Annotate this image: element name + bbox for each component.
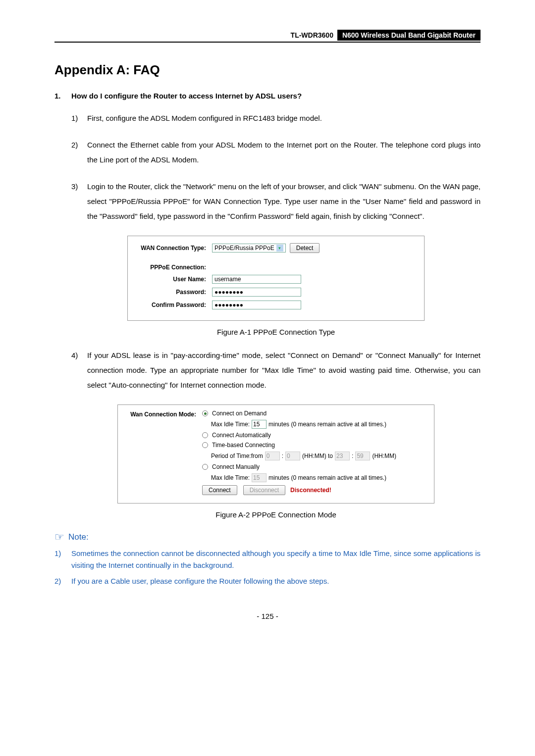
chevron-down-icon: ▾ [276, 245, 283, 252]
figure-2-container: Wan Connection Mode: Connect on Demand M… [71, 404, 481, 519]
note-label: Note: [68, 532, 89, 542]
note-num: 2) [54, 575, 71, 587]
step-num: 3) [71, 179, 87, 224]
step-num: 4) [71, 348, 87, 393]
max-idle-input[interactable]: 15 [252, 420, 267, 429]
period-from-hh[interactable]: 0 [265, 452, 280, 460]
steps-list: 1) First, configure the ADSL Modem confi… [54, 111, 481, 224]
manually-label: Connect Manually [212, 463, 260, 470]
max-idle-input-2[interactable]: 15 [252, 473, 267, 482]
question-heading: 1. How do I configure the Router to acce… [54, 92, 481, 100]
username-label: User Name: [138, 276, 212, 283]
header-bar: TL-WDR3600 N600 Wireless Dual Band Gigab… [54, 30, 481, 43]
step-item: 1) First, configure the ADSL Modem confi… [71, 111, 481, 126]
max-idle-label: Max Idle Time: [211, 421, 250, 428]
pppoe-conn-label: PPPoE Connection: [138, 264, 212, 271]
model-label: TL-WDR3600 [291, 31, 333, 39]
max-idle-suffix-2: minutes (0 means remain active at all ti… [268, 474, 386, 481]
hhmm-label: (HH:MM) [372, 453, 396, 459]
step-item: 2) Connect the Ethernet cable from your … [71, 138, 481, 167]
note-heading: ☞ Note: [54, 531, 481, 544]
wan-type-select[interactable]: PPPoE/Russia PPPoE ▾ [212, 244, 286, 252]
step-item: 4) If your ADSL lease is in "pay-accordi… [71, 348, 481, 393]
note-text: If you are a Cable user, please configur… [71, 575, 329, 587]
step-num: 1) [71, 111, 87, 126]
note-item: 1) Sometimes the connection cannot be di… [54, 548, 481, 571]
detect-button[interactable]: Detect [290, 243, 320, 253]
figure-1-box: WAN Connection Type: PPPoE/Russia PPPoE … [127, 236, 425, 321]
question-number: 1. [54, 92, 71, 100]
note-item: 2) If you are a Cable user, please confi… [54, 575, 481, 587]
radio-on-demand[interactable] [202, 410, 208, 416]
figure-1-caption: Figure A-1 PPPoE Connection Type [71, 328, 481, 336]
wan-type-value: PPPoE/Russia PPPoE [214, 245, 274, 252]
confirm-password-input[interactable]: ●●●●●●●● [212, 301, 301, 309]
period-to-hh[interactable]: 23 [335, 452, 350, 460]
step-text: Login to the Router, click the "Network"… [87, 179, 481, 224]
question-text: How do I configure the Router to access … [71, 92, 302, 100]
note-num: 1) [54, 548, 71, 571]
period-label: Period of Time:from [211, 453, 263, 459]
max-idle-suffix: minutes (0 means remain active at all ti… [268, 421, 386, 428]
step-text: Connect the Ethernet cable from your ADS… [87, 138, 481, 167]
figure-2-caption: Figure A-2 PPPoE Connection Mode [71, 510, 481, 519]
on-demand-label: Connect on Demand [212, 410, 267, 417]
conn-options: Connect on Demand Max Idle Time: 15 minu… [202, 410, 396, 498]
page-number: - 125 - [54, 612, 481, 620]
hand-point-icon: ☞ [54, 531, 64, 544]
max-idle-label-2: Max Idle Time: [211, 474, 250, 481]
connect-button[interactable]: Connect [202, 485, 237, 495]
radio-time-based[interactable] [202, 442, 208, 448]
product-name: N600 Wireless Dual Band Gigabit Router [337, 30, 481, 41]
figure-2-box: Wan Connection Mode: Connect on Demand M… [117, 404, 434, 504]
auto-label: Connect Automatically [212, 432, 271, 439]
password-label: Password: [138, 289, 212, 296]
conn-mode-label: Wan Connection Mode: [123, 410, 202, 418]
hhmm-to: (HH:MM) to [302, 453, 333, 459]
radio-manually[interactable] [202, 464, 208, 470]
connection-status: Disconnected! [290, 487, 331, 494]
confirm-password-label: Confirm Password: [138, 302, 212, 308]
disconnect-button[interactable]: Disconnect [243, 485, 285, 495]
page-title: Appendix A: FAQ [54, 62, 481, 78]
note-text: Sometimes the connection cannot be disco… [71, 548, 481, 571]
radio-auto[interactable] [202, 432, 208, 438]
time-based-label: Time-based Connecting [212, 442, 275, 449]
period-to-mm[interactable]: 59 [355, 452, 370, 460]
figure-1-container: WAN Connection Type: PPPoE/Russia PPPoE … [71, 236, 481, 336]
wan-type-label: WAN Connection Type: [138, 245, 212, 252]
step-item: 3) Login to the Router, click the "Netwo… [71, 179, 481, 224]
step-text: If your ADSL lease is in "pay-according-… [87, 348, 481, 393]
note-list: 1) Sometimes the connection cannot be di… [54, 548, 481, 587]
username-input[interactable]: username [212, 275, 301, 284]
password-input[interactable]: ●●●●●●●● [212, 288, 301, 297]
step-text: First, configure the ADSL Modem configur… [87, 111, 322, 126]
step-num: 2) [71, 138, 87, 167]
steps-list-cont: 4) If your ADSL lease is in "pay-accordi… [54, 348, 481, 393]
period-from-mm[interactable]: 0 [285, 452, 300, 460]
